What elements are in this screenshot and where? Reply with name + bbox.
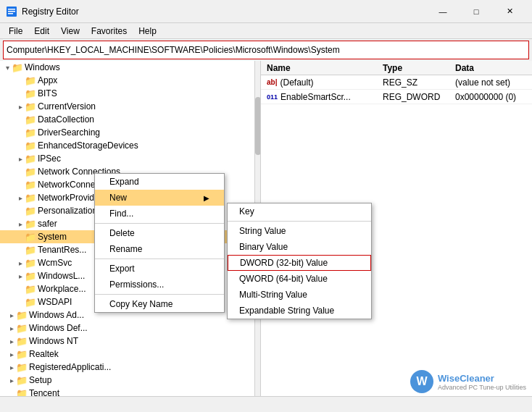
tree-label-personalization: Personalization [38,206,97,216]
folder-icon-networkprovider: 📁 [25,192,36,203]
expand-arrow-windowsl: ▸ [16,272,25,280]
cell-type-default: REG_SZ [377,77,449,88]
context-menu-divider-1 [95,223,224,224]
folder-icon-realtek: 📁 [16,348,28,360]
sub-menu-dword[interactable]: DWORD (32-bit) Value [228,255,371,271]
sub-menu-stringvalue[interactable]: String Value [228,223,371,239]
folder-icon-workplace: 📁 [25,283,36,295]
right-row-enablesmartscr[interactable]: 011 EnableSmartScr... REG_DWORD 0x000000… [261,90,532,104]
tree-label-workplace: Workplace... [38,284,86,294]
minimize-button[interactable]: — [426,0,460,23]
tree-item-appx[interactable]: ▸ 📁 Appx [0,74,260,87]
tree-label-setup: Setup [29,375,51,385]
tree-item-windowsnt[interactable]: ▸ 📁 Windows NT [0,335,260,348]
menu-bar: File Edit View Favorites Help [0,23,532,39]
sub-menu-dword-label: DWORD (32-bit) Value [240,258,328,268]
main-content: ▾ 📁 Windows ▸ 📁 Appx ▸ 📁 BITS ▸ 📁 Curren… [0,61,532,412]
reg-icon-dword: 011 [267,93,278,101]
folder-icon-registeredapplicati: 📁 [16,361,28,373]
menu-edit[interactable]: Edit [28,23,55,38]
sub-menu-key[interactable]: Key [228,203,371,219]
context-menu-delete[interactable]: Delete [95,225,224,241]
sub-menu-binaryvalue-label: Binary Value [239,242,288,252]
context-menu-copykeyname-label: Copy Key Name [109,299,173,309]
maximize-button[interactable]: □ [460,0,493,23]
title-bar-left: Registry Editor [6,6,79,17]
sub-context-menu: Key String Value Binary Value DWORD (32-… [227,203,372,319]
col-header-data[interactable]: Data [449,61,532,75]
tree-label-datacollection: DataCollection [38,114,94,125]
context-menu-rename[interactable]: Rename [95,241,224,257]
folder-icon-windowsl: 📁 [25,270,36,282]
tree-item-enhancedstoragedevices[interactable]: ▸ 📁 EnhancedStorageDevices [0,139,260,152]
col-header-type[interactable]: Type [377,61,449,75]
menu-file[interactable]: File [3,23,28,38]
sub-menu-binaryvalue[interactable]: Binary Value [228,239,371,255]
context-menu-permissions-label: Permissions... [109,279,164,290]
expand-arrow-wcmsvc: ▸ [16,258,25,267]
folder-icon-wcmsvc: 📁 [25,257,36,269]
tree-item-registeredapplicati[interactable]: ▸ 📁 RegisteredApplicati... [0,361,260,374]
close-button[interactable]: ✕ [493,0,526,23]
context-menu-expand[interactable]: Expand [95,174,224,190]
tree-label-safer: safer [38,219,57,229]
context-menu-divider-2 [95,258,224,259]
menu-view[interactable]: View [55,23,86,38]
wc-text: WiseCleaner Advanced PC Tune-up Utilitie… [438,373,526,391]
submenu-arrow-icon: ▶ [204,194,209,202]
watermark: W WiseCleaner Advanced PC Tune-up Utilit… [410,370,526,393]
sub-menu-stringvalue-label: String Value [239,226,286,236]
right-row-default[interactable]: ab| (Default) REG_SZ (value not set) [261,75,532,90]
col-header-name[interactable]: Name [261,61,377,75]
context-menu-new[interactable]: New ▶ [95,190,224,206]
context-menu-copykeyname[interactable]: Copy Key Name [95,296,224,312]
folder-icon-enhancedstoragedevices: 📁 [25,140,36,151]
cell-name-default: ab| (Default) [261,77,377,88]
folder-icon-tenantres: 📁 [25,244,36,256]
cell-data-default: (value not set) [449,77,532,88]
tree-item-setup[interactable]: ▸ 📁 Setup [0,374,260,387]
sub-menu-multistringvalue-label: Multi-String Value [239,290,307,300]
tree-label-currentversion: CurrentVersion [38,101,96,112]
expand-arrow-safer: ▸ [16,219,25,228]
sub-menu-qword[interactable]: QWORD (64-bit) Value [228,271,371,287]
expand-arrow-currentversion: ▸ [16,102,25,111]
tree-label-wcmsvc: WcmSvc [38,258,72,268]
folder-icon-networkconnectivity: 📁 [25,179,36,190]
tree-item-windowsdef[interactable]: ▸ 📁 Windows Def... [0,321,260,335]
folder-icon-datacollection: 📁 [25,114,36,125]
tree-label-driversearching: DriverSearching [38,127,100,138]
cell-data-enablesmartscr: 0x00000000 (0) [449,92,532,102]
folder-icon-wsdapi: 📁 [25,296,36,308]
context-menu-export[interactable]: Export [95,261,224,277]
scrollbar-thumb[interactable] [255,97,261,155]
address-bar[interactable]: Computer\HKEY_LOCAL_MACHINE\SOFTWARE\Pol… [3,41,529,59]
tree-label-windowsad: Windows Ad... [29,310,84,320]
tree-label-bits: BITS [38,88,57,98]
tree-item-windows[interactable]: ▾ 📁 Windows [0,61,260,74]
sub-menu-multistringvalue[interactable]: Multi-String Value [228,287,371,303]
context-menu-permissions[interactable]: Permissions... [95,277,224,293]
tree-item-datacollection[interactable]: ▸ 📁 DataCollection [0,113,260,126]
menu-help[interactable]: Help [133,23,162,38]
address-path: Computer\HKEY_LOCAL_MACHINE\SOFTWARE\Pol… [7,45,340,55]
folder-icon-driversearching: 📁 [25,127,36,138]
menu-favorites[interactable]: Favorites [86,23,133,38]
tree-item-currentversion[interactable]: ▸ 📁 CurrentVersion [0,100,260,113]
context-menu-find[interactable]: Find... [95,206,224,222]
sub-menu-expandablestringvalue[interactable]: Expandable String Value [228,303,371,319]
expand-arrow-setup: ▸ [7,376,16,384]
sub-menu-qword-label: QWORD (64-bit) Value [239,274,328,284]
tree-label-realtek: Realtek [29,349,59,359]
tree-item-ipsec[interactable]: ▸ 📁 IPSec [0,152,260,165]
tree-item-driversearching[interactable]: ▸ 📁 DriverSearching [0,126,260,139]
expand-arrow-realtek: ▸ [7,350,16,358]
folder-icon-safer: 📁 [25,218,36,230]
tree-label-windowsnt: Windows NT [29,336,78,346]
expand-arrow-windowsnt: ▸ [7,337,16,345]
tree-item-realtek[interactable]: ▸ 📁 Realtek [0,348,260,361]
tree-item-bits[interactable]: ▸ 📁 BITS [0,87,260,100]
folder-icon-system: 📁 [25,231,36,243]
folder-icon-windowsad: 📁 [16,309,28,321]
tree-label-networkprovider: NetworkProvider [38,193,102,203]
